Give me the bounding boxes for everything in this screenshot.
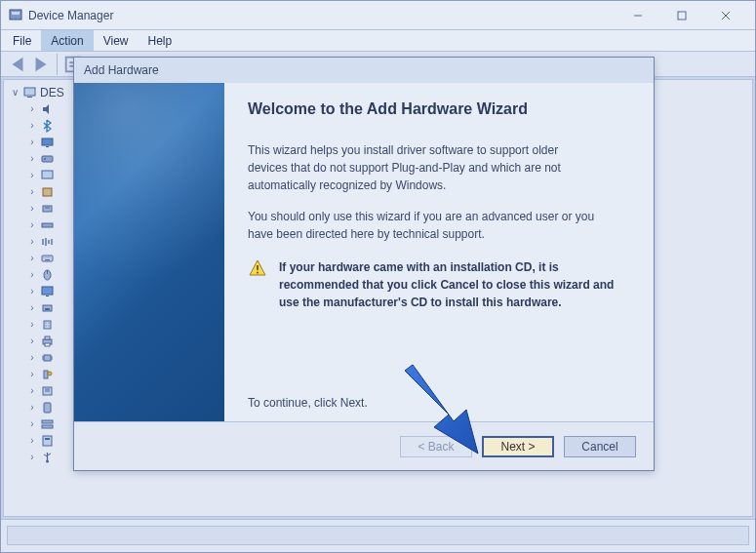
wizard-paragraph-1: This wizard helps you install driver sof… xyxy=(248,141,599,194)
svg-point-38 xyxy=(48,322,49,323)
wizard-warning: If your hardware came with an installati… xyxy=(248,258,630,311)
expand-icon[interactable]: › xyxy=(27,153,37,164)
sound-icon xyxy=(40,401,55,415)
minimize-button[interactable] xyxy=(616,2,659,29)
expand-icon[interactable]: › xyxy=(27,236,37,247)
svg-rect-42 xyxy=(45,336,50,339)
menu-file[interactable]: File xyxy=(3,30,41,51)
svg-rect-55 xyxy=(42,420,53,423)
port-icon xyxy=(40,318,55,332)
expand-icon[interactable]: › xyxy=(27,269,37,280)
usb-icon xyxy=(40,451,55,464)
expand-icon[interactable]: › xyxy=(27,336,37,346)
menu-view[interactable]: View xyxy=(94,30,139,51)
svg-point-28 xyxy=(50,257,51,257)
wizard-paragraph-2: You should only use this wizard if you a… xyxy=(248,208,599,243)
back-button: < Back xyxy=(400,436,472,457)
svg-rect-12 xyxy=(46,146,49,147)
svg-point-25 xyxy=(44,257,45,257)
add-hardware-dialog: Add Hardware Welcome to the Add Hardware… xyxy=(73,57,655,471)
expand-icon[interactable]: › xyxy=(27,435,37,446)
expand-icon[interactable]: › xyxy=(27,137,37,147)
svg-point-39 xyxy=(45,325,46,326)
expand-icon[interactable]: › xyxy=(27,402,37,413)
menu-help[interactable]: Help xyxy=(139,30,182,51)
dialog-titlebar[interactable]: Add Hardware xyxy=(74,58,654,83)
computer-icon xyxy=(40,136,55,149)
svg-rect-19 xyxy=(42,223,53,227)
dialog-title-text: Add Hardware xyxy=(84,63,159,77)
ata-icon xyxy=(40,218,55,232)
svg-rect-33 xyxy=(46,296,49,296)
wizard-heading: Welcome to the Add Hardware Wizard xyxy=(248,100,630,118)
svg-rect-3 xyxy=(678,12,686,20)
svg-rect-13 xyxy=(42,156,53,162)
expand-icon[interactable]: › xyxy=(27,286,37,296)
menu-action[interactable]: Action xyxy=(41,30,93,51)
monitor-icon xyxy=(40,285,55,298)
forward-button[interactable] xyxy=(30,54,52,75)
software-icon xyxy=(40,384,55,398)
close-button[interactable] xyxy=(703,2,747,29)
next-button[interactable]: Next > xyxy=(482,436,554,457)
expand-icon[interactable]: › xyxy=(27,302,37,313)
expand-icon[interactable]: › xyxy=(27,186,37,197)
window-title: Device Manager xyxy=(28,9,616,22)
expand-icon[interactable]: › xyxy=(27,369,37,379)
storage-icon xyxy=(40,417,55,431)
expand-icon[interactable]: › xyxy=(27,120,37,131)
toolbar-separator xyxy=(57,54,58,75)
svg-point-37 xyxy=(45,322,46,323)
audio-icon xyxy=(40,102,55,116)
svg-rect-36 xyxy=(44,321,51,329)
expand-icon[interactable]: › xyxy=(27,319,37,330)
svg-point-26 xyxy=(46,257,47,257)
titlebar[interactable]: Device Manager xyxy=(1,1,755,30)
expand-icon[interactable]: › xyxy=(27,203,37,214)
app-icon xyxy=(9,9,22,22)
expand-icon[interactable]: › xyxy=(27,170,37,180)
statusbar-panel xyxy=(7,526,749,545)
svg-rect-29 xyxy=(45,259,50,260)
cancel-button[interactable]: Cancel xyxy=(564,436,636,457)
svg-rect-32 xyxy=(42,287,53,295)
computer-icon xyxy=(22,86,37,99)
wizard-warning-text: If your hardware came with an installati… xyxy=(279,258,620,311)
mouse-icon xyxy=(40,268,55,282)
svg-rect-56 xyxy=(42,425,53,428)
expand-icon[interactable]: › xyxy=(27,385,37,396)
keyboard-icon xyxy=(40,252,55,265)
svg-rect-57 xyxy=(43,436,52,446)
svg-rect-16 xyxy=(43,188,52,196)
maximize-button[interactable] xyxy=(659,2,703,29)
expand-icon[interactable]: › xyxy=(27,253,37,263)
svg-point-14 xyxy=(44,158,46,160)
svg-rect-11 xyxy=(42,138,53,145)
display-icon xyxy=(40,169,55,182)
svg-point-40 xyxy=(48,325,49,326)
svg-rect-43 xyxy=(45,343,50,346)
svg-rect-24 xyxy=(42,256,53,261)
imaging-icon xyxy=(40,235,55,249)
expand-icon[interactable]: › xyxy=(27,352,37,363)
wizard-continue-text: To continue, click Next. xyxy=(248,396,368,410)
svg-rect-58 xyxy=(45,438,50,440)
svg-rect-15 xyxy=(42,171,53,178)
svg-rect-44 xyxy=(44,355,51,361)
svg-rect-1 xyxy=(12,12,20,15)
svg-rect-9 xyxy=(24,88,35,96)
svg-point-27 xyxy=(48,257,49,257)
expand-icon[interactable]: › xyxy=(27,219,37,230)
expand-icon[interactable]: › xyxy=(27,418,37,429)
svg-rect-17 xyxy=(43,206,52,212)
expand-icon[interactable]: › xyxy=(27,452,37,462)
statusbar xyxy=(1,519,755,552)
dialog-footer: < Back Next > Cancel xyxy=(74,421,654,470)
menubar: File Action View Help xyxy=(1,30,755,52)
collapse-icon[interactable]: ∨ xyxy=(10,87,20,98)
network-icon xyxy=(40,301,55,315)
expand-icon[interactable]: › xyxy=(27,103,37,114)
tree-root-label: DES xyxy=(40,86,64,99)
hid-icon xyxy=(40,202,55,216)
back-button[interactable] xyxy=(7,54,28,75)
